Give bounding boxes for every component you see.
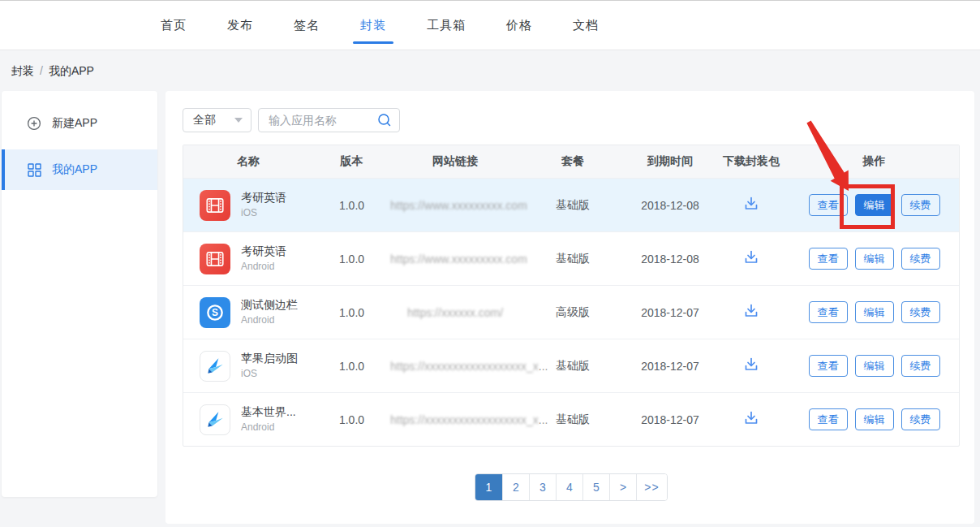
app-version: 1.0.0 [313,306,390,319]
nav-price[interactable]: 价格 [506,18,532,33]
breadcrumb-separator: / [40,64,43,77]
filter-dropdown-value: 全部 [193,113,216,127]
nav-docs[interactable]: 文档 [573,18,599,33]
edit-button[interactable]: 编辑 [855,355,894,377]
table-row: S 测试侧边栏 Android 1.0.0 https://xxxxxx.com… [183,285,959,339]
app-expiry: 2018-12-07 [625,360,715,373]
nav-package-active[interactable]: 封装 [360,18,386,33]
edit-button[interactable]: 编辑 [855,301,894,323]
page-button-2[interactable]: 2 [502,474,529,500]
grid-icon [26,162,42,178]
s-browser-icon: S [200,297,230,328]
table-row: 考研英语 iOS 1.0.0 https://www.xxxxxxxxx.com… [183,178,959,231]
app-platform: iOS [241,368,298,380]
film-red-icon [200,190,230,221]
nav-home[interactable]: 首页 [161,18,187,33]
sidebar-item-label: 我的APP [52,162,97,177]
page-button-4[interactable]: 4 [556,474,582,500]
nav-publish[interactable]: 发布 [227,18,253,33]
col-header-expiry: 到期时间 [625,154,715,169]
breadcrumb-section[interactable]: 封装 [11,64,34,77]
page-button-1[interactable]: 1 [475,474,502,500]
nav-signature[interactable]: 签名 [294,18,320,33]
app-expiry: 2018-12-07 [625,306,715,319]
search-input[interactable] [269,114,376,127]
table-header-row: 名称 版本 网站链接 套餐 到期时间 下载封装包 操作 [183,145,959,178]
nav-toolbox[interactable]: 工具箱 [427,18,466,33]
main-content: 全部 名称 版本 网站链接 套餐 到期时间 下载封装包 操作 [165,91,974,524]
app-name: 考研英语 [241,244,286,259]
view-button[interactable]: 查看 [809,194,848,216]
search-box [258,108,400,132]
view-button[interactable]: 查看 [809,408,848,430]
col-header-link: 网站链接 [390,154,520,169]
table-row: 考研英语 Android 1.0.0 https://www.xxxxxxxxx… [183,231,959,285]
edit-button[interactable]: 编辑 [855,408,894,430]
app-link-blurred: https://xxxxxxxxxxxxxxxxxx_x [390,360,539,373]
col-header-plan: 套餐 [520,154,625,169]
renew-button[interactable]: 续费 [901,194,940,216]
col-header-actions: 操作 [788,154,961,169]
view-button[interactable]: 查看 [809,301,848,323]
sidebar-item-new-app[interactable]: 新建APP [2,104,157,143]
page-button-5[interactable]: 5 [582,474,609,500]
app-plan: 基础版 [520,198,625,213]
download-icon[interactable] [742,195,760,213]
table-row: 苹果启动图 iOS 1.0.0 https://xxxxxxxxxxxxxxxx… [183,339,959,392]
download-icon[interactable] [742,248,760,266]
app-platform: iOS [241,207,286,219]
app-name: 基本世界... [241,405,296,420]
search-icon[interactable] [376,112,393,128]
view-button[interactable]: 查看 [809,355,848,377]
sidebar-item-my-app[interactable]: 我的APP [2,149,157,190]
app-platform: Android [241,314,298,326]
col-header-name: 名称 [183,154,313,169]
renew-button[interactable]: 续费 [901,408,940,430]
renew-button[interactable]: 续费 [901,248,940,270]
last-page-button[interactable]: >> [636,474,667,500]
app-link-blurred: https://www.xxxxxxxxx.com [390,253,527,266]
renew-button[interactable]: 续费 [901,355,940,377]
sidebar: 新建APP 我的APP [2,91,157,497]
app-version: 1.0.0 [313,253,390,266]
download-icon[interactable] [742,356,760,374]
app-plan: 基础版 [520,252,625,266]
filter-dropdown[interactable]: 全部 [183,108,251,132]
view-button[interactable]: 查看 [809,248,848,270]
app-platform: Android [241,421,296,434]
main-nav: 首页 发布 签名 封装 工具箱 价格 文档 [0,1,980,50]
pagination: 1 2 3 4 5 > >> [183,473,960,501]
download-icon[interactable] [742,302,760,320]
app-name: 测试侧边栏 [241,298,298,313]
app-version: 1.0.0 [313,199,390,212]
page: 首页 发布 签名 封装 工具箱 价格 文档 封装/我的APP 新建APP 我的A… [0,0,980,527]
table-row: 基本世界... Android 1.0.0 https://xxxxxxxxxx… [183,392,959,446]
chevron-down-icon [234,118,243,123]
app-plan: 高级版 [520,305,625,320]
sidebar-item-label: 新建APP [52,116,97,131]
plus-circle-icon [26,115,42,132]
next-page-button[interactable]: > [609,474,636,500]
app-expiry: 2018-12-07 [625,413,715,426]
app-link-blurred: https://xxxxxx.com/ [407,306,503,319]
edit-button[interactable]: 编辑 [855,248,894,270]
col-header-download: 下载封装包 [715,154,788,169]
top-navbar: 首页 发布 签名 封装 工具箱 价格 文档 [0,0,980,50]
renew-button[interactable]: 续费 [901,301,940,323]
page-button-3[interactable]: 3 [529,474,556,500]
app-link-blurred: https://www.xxxxxxxxx.com [390,199,527,212]
film-red-icon [200,244,230,274]
col-header-version: 版本 [313,154,390,169]
edit-button-highlighted[interactable]: 编辑 [855,194,894,216]
app-name: 考研英语 [241,191,286,205]
app-expiry: 2018-12-08 [625,253,715,266]
app-expiry: 2018-12-08 [625,199,715,212]
app-version: 1.0.0 [313,413,390,426]
paper-crane-icon [200,404,230,435]
paper-crane-icon [200,351,230,382]
app-version: 1.0.0 [313,360,390,373]
apps-table: 名称 版本 网站链接 套餐 到期时间 下载封装包 操作 考研英语 iOS [183,145,960,447]
breadcrumb: 封装/我的APP [11,64,94,79]
download-icon[interactable] [742,409,760,427]
breadcrumb-page: 我的APP [49,64,94,77]
